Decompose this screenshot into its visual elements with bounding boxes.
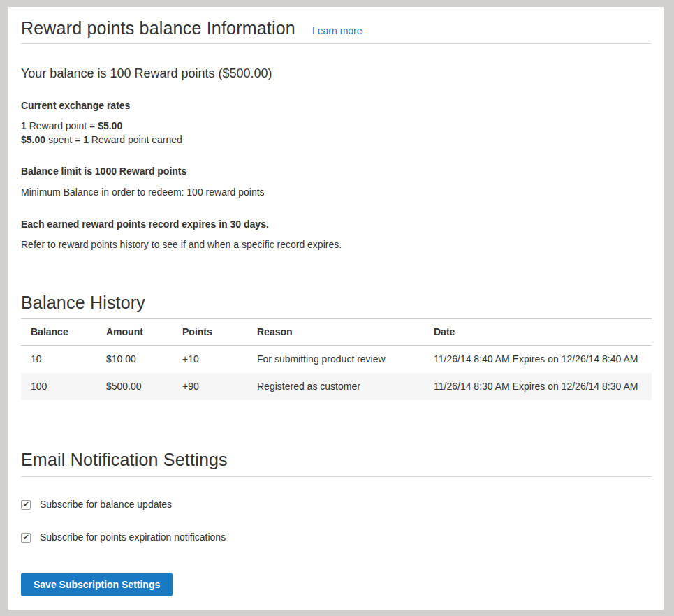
balance-history-table: Balance Amount Points Reason Date 10 $10…: [21, 318, 652, 400]
column-header-points: Points: [173, 319, 247, 346]
page-title: Reward points balance Information: [21, 17, 295, 39]
expiration-heading: Each earned reward points record expires…: [21, 218, 652, 231]
column-header-date: Date: [424, 319, 652, 346]
email-settings-header: Email Notification Settings: [21, 449, 652, 477]
cell-date: 11/26/14 8:40 AM Expires on 12/26/14 8:4…: [424, 346, 652, 374]
cell-points: +10: [173, 346, 247, 374]
column-header-balance: Balance: [21, 319, 96, 346]
column-header-reason: Reason: [247, 319, 424, 346]
cell-date: 11/26/14 8:30 AM Expires on 12/26/14 8:3…: [424, 373, 652, 400]
cell-points: +90: [173, 373, 247, 400]
minimum-balance-note: Minimum Balance in order to redeem: 100 …: [21, 186, 652, 199]
subscribe-expiration-notifications-option: ✔ Subscribe for points expiration notifi…: [21, 531, 652, 544]
cell-reason: For submitting product review: [247, 346, 424, 374]
save-subscription-settings-button[interactable]: Save Subscription Settings: [21, 573, 173, 596]
spend-rate-points: 1: [83, 134, 89, 145]
learn-more-link[interactable]: Learn more: [312, 25, 362, 36]
expiration-note: Refer to reward points history to see if…: [21, 238, 652, 251]
expiration-notifications-checkbox[interactable]: ✔: [21, 533, 31, 543]
spend-rate-text: spent =: [45, 134, 83, 145]
checkmark-icon: ✔: [22, 501, 29, 508]
table-header: Balance Amount Points Reason Date: [21, 319, 652, 346]
page-header: Reward points balance Information Learn …: [21, 7, 652, 44]
spend-rate-line: $5.00 spent = 1 Reward point earned: [21, 133, 652, 147]
cell-reason: Registered as customer: [247, 373, 424, 400]
table-row: 10 $10.00 +10 For submitting product rev…: [21, 346, 652, 374]
earn-rate-text: Reward point =: [27, 120, 98, 131]
exchange-rates-heading: Current exchange rates: [21, 99, 652, 112]
table-body: 10 $10.00 +10 For submitting product rev…: [21, 346, 652, 401]
earn-rate-money: $5.00: [98, 120, 122, 131]
expiration-notifications-label[interactable]: Subscribe for points expiration notifica…: [40, 531, 226, 544]
spend-rate-tail: Reward point earned: [89, 134, 182, 145]
earn-rate-line: 1 Reward point = $5.00: [21, 119, 652, 133]
spend-rate-money: $5.00: [21, 134, 45, 145]
balance-summary: Your balance is 100 Reward points ($500.…: [21, 65, 652, 82]
earn-rate-points: 1: [21, 120, 27, 131]
reward-points-page: Reward points balance Information Learn …: [8, 7, 664, 610]
cell-balance: 10: [21, 346, 96, 374]
subscribe-balance-updates-option: ✔ Subscribe for balance updates: [21, 498, 652, 511]
checkmark-icon: ✔: [22, 534, 29, 541]
balance-updates-label[interactable]: Subscribe for balance updates: [40, 498, 172, 511]
column-header-amount: Amount: [96, 319, 173, 346]
balance-limit-heading: Balance limit is 1000 Reward points: [21, 165, 652, 178]
table-header-row: Balance Amount Points Reason Date: [21, 319, 652, 346]
email-settings-title: Email Notification Settings: [21, 449, 652, 471]
cell-amount: $10.00: [96, 346, 173, 374]
cell-balance: 100: [21, 373, 96, 400]
exchange-rates: 1 Reward point = $5.00 $5.00 spent = 1 R…: [21, 119, 652, 147]
cell-amount: $500.00: [96, 373, 173, 400]
balance-updates-checkbox[interactable]: ✔: [21, 500, 31, 510]
balance-history-title: Balance History: [21, 292, 652, 314]
table-row: 100 $500.00 +90 Registered as customer 1…: [21, 373, 652, 400]
